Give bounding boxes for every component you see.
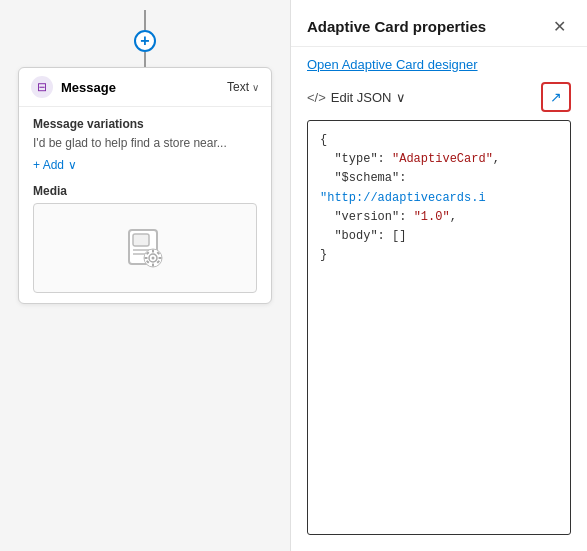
message-title: Message	[61, 80, 219, 95]
text-badge-label: Text	[227, 80, 249, 94]
json-toolbar: </> Edit JSON ∨ ↗	[291, 78, 587, 116]
svg-rect-10	[159, 257, 162, 259]
json-line-6: }	[320, 246, 558, 265]
message-card: ⊟ Message Text ∨ Message variations I'd …	[18, 67, 272, 304]
edit-json-toggle[interactable]: </> Edit JSON ∨	[307, 90, 406, 105]
json-line-3: "$schema": "http://adaptivecards.i	[320, 169, 558, 207]
text-badge-chevron: ∨	[252, 82, 259, 93]
edit-json-chevron: ∨	[396, 90, 406, 105]
expand-button[interactable]: ↗	[541, 82, 571, 112]
svg-rect-7	[152, 250, 154, 253]
right-panel: Adaptive Card properties ✕ Open Adaptive…	[290, 0, 587, 551]
svg-rect-1	[133, 234, 149, 246]
add-flow-button[interactable]: +	[134, 30, 156, 52]
open-designer-link[interactable]: Open Adaptive Card designer	[307, 57, 478, 72]
panel-link-row: Open Adaptive Card designer	[291, 47, 587, 78]
message-card-body: Message variations I'd be glad to help f…	[19, 107, 271, 303]
add-chevron: ∨	[68, 158, 77, 172]
json-editor[interactable]: { "type": "AdaptiveCard", "$schema": "ht…	[307, 120, 571, 535]
panel-title: Adaptive Card properties	[307, 18, 486, 35]
variations-label: Message variations	[33, 117, 257, 131]
json-line-4: "version": "1.0",	[320, 208, 558, 227]
edit-json-label: Edit JSON	[331, 90, 392, 105]
svg-rect-8	[152, 264, 154, 267]
media-section: Media	[33, 184, 257, 293]
text-type-selector[interactable]: Text ∨	[227, 80, 259, 94]
json-line-2: "type": "AdaptiveCard",	[320, 150, 558, 169]
svg-rect-9	[145, 257, 148, 259]
media-box[interactable]	[33, 203, 257, 293]
left-panel: + ⊟ Message Text ∨ Message variations I'…	[0, 0, 290, 551]
expand-icon: ↗	[550, 89, 562, 105]
message-card-header: ⊟ Message Text ∨	[19, 68, 271, 107]
media-label: Media	[33, 184, 257, 198]
close-button[interactable]: ✕	[547, 14, 571, 38]
add-variation-button[interactable]: + Add ∨	[33, 158, 257, 172]
add-label: + Add	[33, 158, 64, 172]
message-icon: ⊟	[31, 76, 53, 98]
json-line-5: "body": []	[320, 227, 558, 246]
media-placeholder-icon	[121, 224, 169, 272]
json-line-1: {	[320, 131, 558, 150]
panel-header: Adaptive Card properties ✕	[291, 0, 587, 47]
media-icon-container	[121, 224, 169, 272]
code-icon: </>	[307, 90, 326, 105]
svg-point-6	[152, 257, 155, 260]
message-icon-symbol: ⊟	[37, 80, 47, 94]
connector-line-bottom	[144, 52, 146, 67]
variation-text: I'd be glad to help find a store near...	[33, 136, 257, 150]
flow-connector: +	[0, 0, 290, 67]
connector-line-top	[144, 10, 146, 30]
